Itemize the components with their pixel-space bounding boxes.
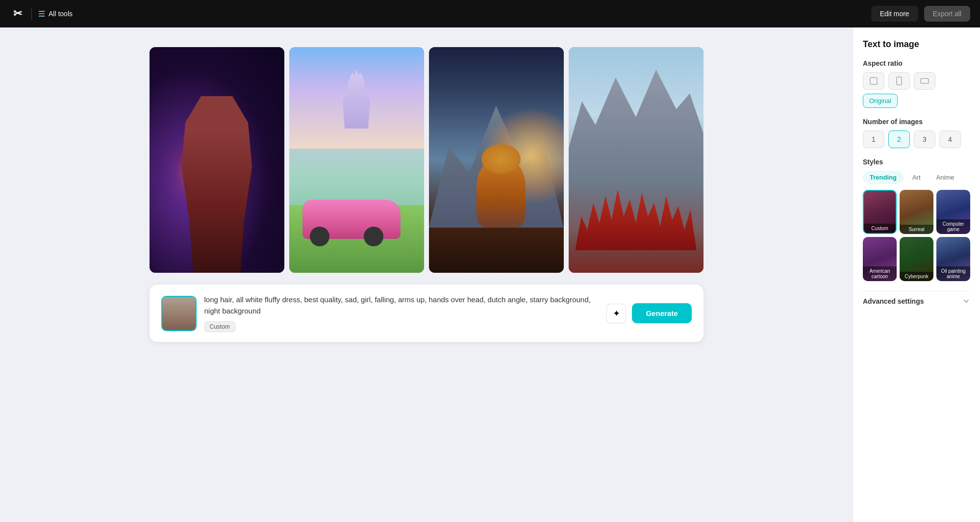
svg-rect-3 [870, 78, 877, 84]
num-images-section: Number of images 1 2 3 4 [863, 118, 970, 148]
styles-tabs: Trending Art Anime [863, 171, 970, 184]
style-surreal-label: Surreal [900, 225, 933, 234]
input-text-section: long hair, all white fluffy dress, best … [204, 294, 599, 332]
style-tab-trending[interactable]: Trending [863, 171, 904, 184]
num-3-button[interactable]: 3 [914, 130, 935, 148]
style-computer-game-label: Computer game [936, 219, 970, 234]
num-images-label: Number of images [863, 118, 970, 126]
aspect-landscape-button[interactable] [914, 72, 935, 90]
tools-icon [38, 10, 46, 18]
style-oil-painting-anime[interactable]: Oil painting anime [936, 237, 970, 281]
gallery-image-1 [150, 47, 284, 273]
style-tag[interactable]: Custom [204, 321, 235, 332]
magic-button[interactable]: ✦ [606, 304, 626, 323]
img3-canvas [429, 47, 564, 273]
prompt-text[interactable]: long hair, all white fluffy dress, best … [204, 294, 599, 316]
thumbnail-image [162, 297, 196, 330]
style-custom-label: Custom [864, 224, 896, 233]
gallery-image-2 [289, 47, 424, 273]
input-thumbnail[interactable] [161, 296, 197, 331]
svg-rect-4 [897, 77, 902, 85]
aspect-ratio-controls: Original [863, 72, 970, 108]
style-computer-game[interactable]: Computer game [936, 190, 970, 234]
style-custom[interactable]: Custom [863, 190, 897, 234]
style-cyberpunk[interactable]: Cyberpunk [900, 237, 933, 281]
style-oil-painting-label: Oil painting anime [936, 266, 970, 281]
styles-label: Styles [863, 158, 970, 166]
style-american-cartoon-label: American cartoon [863, 266, 897, 281]
top-navigation: ✂ All tools Edit more Export all [0, 0, 980, 27]
panel-title: Text to image [863, 39, 970, 50]
aspect-original-button[interactable]: Original [863, 94, 898, 108]
magic-icon: ✦ [613, 308, 620, 319]
square-icon [869, 77, 878, 85]
img2-car [302, 200, 401, 239]
generate-button[interactable]: Generate [632, 303, 691, 323]
style-american-cartoon[interactable]: American cartoon [863, 237, 897, 281]
gallery-image-3 [429, 47, 564, 273]
svg-point-1 [42, 13, 43, 14]
aspect-ratio-section: Aspect ratio Original [863, 59, 970, 108]
advanced-settings-section[interactable]: Advanced settings [863, 291, 970, 305]
style-cyberpunk-label: Cyberpunk [900, 272, 933, 281]
input-card: long hair, all white fluffy dress, best … [150, 285, 704, 342]
img3-cat [477, 159, 526, 228]
style-tab-anime[interactable]: Anime [930, 171, 961, 184]
img4-canvas [569, 47, 704, 273]
edit-more-button[interactable]: Edit more [871, 6, 918, 22]
all-tools-button[interactable]: All tools [38, 10, 73, 18]
style-surreal[interactable]: Surreal [900, 190, 933, 234]
svg-point-2 [40, 16, 41, 17]
input-actions: ✦ Generate [606, 303, 691, 323]
nav-divider [31, 8, 32, 20]
advanced-settings-label: Advanced settings [863, 297, 924, 305]
app-logo: ✂ [10, 6, 25, 22]
num-1-button[interactable]: 1 [863, 130, 884, 148]
chevron-down-icon [962, 297, 970, 305]
image-gallery [150, 47, 704, 273]
num-4-button[interactable]: 4 [939, 130, 961, 148]
content-area: long hair, all white fluffy dress, best … [0, 27, 853, 522]
bottom-input-area: long hair, all white fluffy dress, best … [150, 285, 704, 342]
main-layout: long hair, all white fluffy dress, best … [0, 27, 980, 522]
export-all-button[interactable]: Export all [924, 6, 970, 22]
portrait-icon [895, 77, 904, 85]
gallery-image-4 [569, 47, 704, 273]
aspect-ratio-label: Aspect ratio [863, 59, 970, 67]
all-tools-label: All tools [49, 10, 73, 18]
landscape-icon [920, 77, 929, 85]
num-2-button[interactable]: 2 [888, 130, 910, 148]
aspect-square-button[interactable] [863, 72, 884, 90]
style-tab-art[interactable]: Art [905, 171, 928, 184]
styles-grid: Custom Surreal Computer game American ca… [863, 190, 970, 281]
img2-canvas [289, 47, 424, 273]
styles-section: Styles Trending Art Anime Custom Surreal… [863, 158, 970, 281]
svg-point-0 [40, 11, 41, 12]
img1-canvas [150, 47, 284, 273]
svg-rect-5 [921, 78, 929, 83]
img1-girl [177, 96, 256, 273]
right-panel: Text to image Aspect ratio [853, 27, 980, 522]
aspect-portrait-button[interactable] [888, 72, 910, 90]
num-images-controls: 1 2 3 4 [863, 130, 970, 148]
